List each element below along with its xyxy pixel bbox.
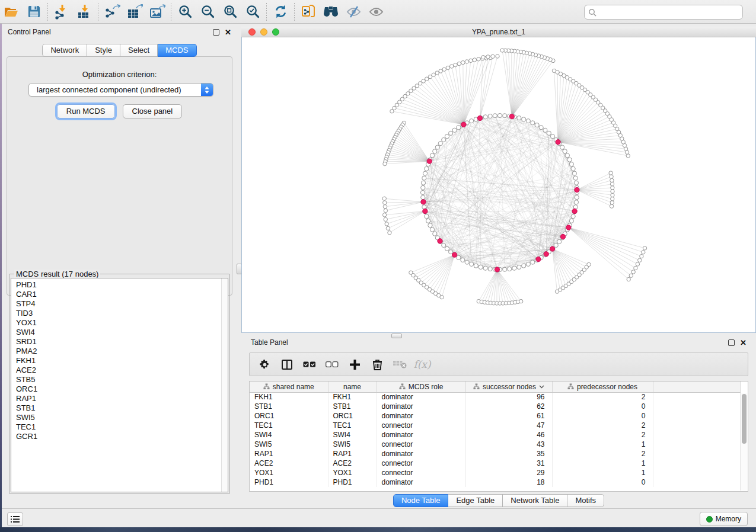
tab-style[interactable]: Style (87, 44, 120, 57)
table-row[interactable]: SWI4SWI4dominator462 (250, 430, 741, 440)
float-panel-icon[interactable] (213, 29, 219, 36)
node-table[interactable]: shared name name MCDS role successor nod… (249, 381, 748, 492)
export-image-icon[interactable] (146, 2, 168, 21)
memory-button[interactable]: Memory (700, 512, 748, 526)
task-history-button[interactable] (7, 512, 23, 526)
table-cell: 62 (465, 402, 552, 411)
zoom-fit-icon[interactable] (219, 2, 241, 21)
column-header-shared-name[interactable]: shared name (250, 382, 328, 392)
table-row[interactable]: YOX1YOX1connector291 (250, 468, 741, 477)
mcds-node[interactable]: SWI4 (16, 328, 228, 337)
column-header-mcds-role[interactable]: MCDS role (377, 382, 465, 392)
tab-motifs[interactable]: Motifs (567, 494, 604, 507)
table-row[interactable]: FKH1FKH1dominator962 (250, 392, 741, 402)
import-table-icon[interactable] (73, 2, 95, 21)
network-window-title: YPA_prune.txt_1 (241, 28, 756, 36)
table-row[interactable]: PHD1PHD1dominator180 (250, 477, 741, 487)
export-network-icon[interactable] (101, 2, 123, 21)
table-row[interactable]: STB1STB1dominator620 (250, 402, 741, 411)
table-cell: dominator (377, 449, 465, 459)
mcds-node[interactable]: PHD1 (16, 280, 228, 290)
mcds-node[interactable]: TID3 (16, 309, 228, 318)
mcds-node[interactable]: CAR1 (16, 290, 228, 299)
tab-network[interactable]: Network (42, 44, 87, 57)
table-row[interactable]: ACE2ACE2connector311 (250, 459, 741, 468)
refresh-icon[interactable] (269, 2, 292, 21)
network-snapshot-icon[interactable] (297, 2, 320, 21)
close-panel-icon[interactable]: ✕ (225, 29, 231, 36)
mcds-result-list[interactable]: PHD1CAR1STP4TID3YOX1SWI4SRD1PMA2FKH1ACE2… (11, 278, 228, 492)
table-row[interactable]: SWI5SWI5connector431 (250, 440, 741, 449)
mcds-node[interactable]: STB5 (16, 375, 228, 384)
tab-edge-table[interactable]: Edge Table (448, 494, 503, 507)
optimization-criterion-select[interactable]: largest connected component (undirected) (28, 83, 213, 97)
network-window-titlebar[interactable]: YPA_prune.txt_1 (241, 27, 756, 37)
mcds-node[interactable]: PMA2 (16, 347, 228, 356)
table-row[interactable]: RAP1RAP1dominator352 (250, 449, 741, 459)
table-header-row: shared name name MCDS role successor nod… (250, 382, 741, 392)
close-table-panel-icon[interactable]: ✕ (740, 339, 747, 346)
table-scrollbar-thumb[interactable] (742, 394, 747, 444)
export-table-icon[interactable] (123, 2, 146, 21)
delete-column-icon[interactable] (367, 355, 387, 373)
mcds-node[interactable]: STP4 (16, 299, 228, 309)
search-network-icon[interactable] (320, 2, 342, 21)
table-row[interactable]: ORC1ORC1dominator610 (250, 411, 741, 421)
import-network-icon[interactable] (50, 2, 73, 21)
horizontal-splitter-grip[interactable] (391, 334, 402, 338)
column-header-name[interactable]: name (328, 382, 377, 392)
show-selected-icon[interactable] (365, 2, 387, 21)
tab-select[interactable]: Select (120, 44, 158, 57)
table-cell-empty (653, 392, 741, 402)
tab-mcds[interactable]: MCDS (158, 44, 196, 57)
table-cell: SWI5 (328, 440, 377, 449)
save-session-icon[interactable] (23, 2, 45, 21)
vertical-splitter[interactable] (237, 24, 241, 508)
mcds-node[interactable]: SWI5 (16, 413, 228, 422)
search-input[interactable] (596, 7, 742, 18)
mcds-node[interactable]: TEC1 (16, 422, 228, 432)
zoom-out-icon[interactable] (196, 2, 219, 21)
mcds-node[interactable]: RAP1 (16, 394, 228, 403)
zoom-selected-icon[interactable] (241, 2, 264, 21)
gear-icon[interactable] (254, 355, 275, 373)
float-table-panel-icon[interactable] (728, 339, 735, 346)
zoom-in-icon[interactable] (174, 2, 196, 21)
network-canvas[interactable] (241, 37, 756, 333)
select-all-icon[interactable] (299, 355, 320, 373)
mcds-node[interactable]: ORC1 (16, 384, 228, 394)
table-cell: SWI4 (250, 430, 328, 440)
mcds-node[interactable]: FKH1 (16, 356, 228, 366)
hide-selected-icon[interactable] (342, 2, 365, 21)
mcds-node[interactable]: SRD1 (16, 337, 228, 347)
run-mcds-button[interactable]: Run MCDS (57, 104, 115, 118)
function-builder-icon[interactable]: f(x) (412, 355, 432, 373)
mcds-list-scrollbar[interactable] (221, 278, 228, 492)
column-header-successor-nodes[interactable]: successor nodes (465, 382, 552, 392)
deselect-all-icon[interactable] (322, 355, 342, 373)
tab-network-table[interactable]: Network Table (503, 494, 567, 507)
table-row[interactable]: TEC1TEC1connector472 (250, 421, 741, 430)
memory-label: Memory (716, 515, 741, 523)
mcds-node[interactable]: GCR1 (16, 432, 228, 441)
tab-node-table[interactable]: Node Table (393, 494, 449, 507)
toolbar-separator (98, 3, 98, 21)
table-cell: PHD1 (328, 477, 377, 487)
search-box[interactable] (584, 5, 743, 20)
table-panel-header: Table Panel ✕ (241, 335, 756, 350)
node-table-body: FKH1FKH1dominator962STB1STB1dominator620… (250, 392, 741, 487)
table-cell: YOX1 (328, 468, 377, 477)
mcds-node[interactable]: STB1 (16, 403, 228, 413)
split-columns-icon[interactable] (277, 355, 297, 373)
open-file-icon[interactable] (0, 2, 23, 21)
add-column-icon[interactable] (344, 355, 365, 373)
column-header-empty (653, 382, 741, 392)
delete-table-icon[interactable] (390, 355, 410, 373)
table-scrollbar[interactable] (740, 393, 747, 491)
mcds-node[interactable]: YOX1 (16, 318, 228, 328)
mcds-node[interactable]: ACE2 (16, 366, 228, 375)
close-panel-button[interactable]: Close panel (123, 104, 183, 118)
column-header-predecessor-nodes[interactable]: predecessor nodes (552, 382, 653, 392)
list-icon (11, 515, 20, 523)
table-cell: FKH1 (250, 392, 328, 402)
